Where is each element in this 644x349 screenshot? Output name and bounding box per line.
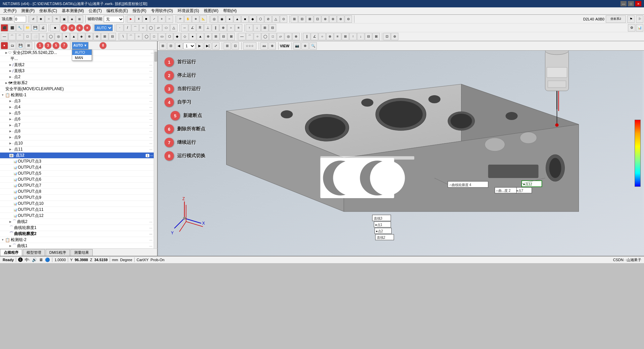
- tb2-cyl[interactable]: ⬭: [162, 24, 170, 32]
- tb3-7[interactable]: ◯: [47, 33, 54, 40]
- tb-run-2[interactable]: ⏸: [135, 15, 142, 23]
- tb3-45[interactable]: ↑: [349, 33, 357, 40]
- tb2-ang[interactable]: ∠: [189, 24, 196, 32]
- tb2-rad[interactable]: R: [196, 24, 204, 32]
- aux-select[interactable]: 无: [104, 16, 124, 22]
- tb-zoom-out[interactable]: −: [166, 15, 173, 23]
- tb-rotate[interactable]: ⟳: [177, 15, 184, 23]
- vp-btn-next[interactable]: ▶: [196, 42, 203, 50]
- tb3-17[interactable]: ⌒: [127, 33, 135, 40]
- tb3-11[interactable]: ◈: [78, 33, 85, 40]
- tb-h5[interactable]: ⊛: [321, 15, 329, 23]
- tb-btn-5[interactable]: ▣: [60, 15, 68, 23]
- tb3-19[interactable]: ◯: [143, 33, 150, 40]
- tb-zoom-in[interactable]: +: [158, 15, 165, 23]
- tb2-num4[interactable]: 4: [68, 24, 76, 32]
- tb-h4[interactable]: ⊡: [314, 15, 321, 23]
- tb-right-2[interactable]: ⚐: [636, 15, 643, 23]
- tb-run-3[interactable]: ⏹: [143, 15, 150, 23]
- tb3-39[interactable]: ∥: [303, 33, 310, 40]
- tb3-1[interactable]: —: [1, 33, 8, 40]
- tb-btn-3[interactable]: ≋: [45, 15, 52, 23]
- tb3-23[interactable]: ◆: [174, 33, 181, 40]
- viewport-3d[interactable]: X Y Z ∩曲线轮廓度 4 ●点12: [158, 51, 644, 256]
- tb3-15[interactable]: ⊟: [109, 33, 116, 40]
- points-input[interactable]: [14, 16, 26, 22]
- tb3-47[interactable]: ⊟: [365, 33, 372, 40]
- tb3-50[interactable]: ⊚: [391, 33, 398, 40]
- menu-help[interactable]: 帮助(H): [221, 7, 239, 14]
- tb-g2[interactable]: ◉: [218, 15, 226, 23]
- vp-btn-aa[interactable]: aa: [260, 42, 268, 50]
- menu-view[interactable]: 视图(W): [202, 7, 220, 14]
- tb-g6[interactable]: ◆: [249, 15, 256, 23]
- tree-item-out-pt8[interactable]: 📊 OUTPUT:点8: [0, 189, 154, 195]
- tab-program[interactable]: 点模程序: [0, 249, 22, 256]
- vp-btn-link[interactable]: ⊡: [232, 42, 239, 50]
- tree-item-out-pt7[interactable]: 📊 OUTPUT:点7: [0, 183, 154, 189]
- tb-g1[interactable]: ◎: [210, 15, 218, 23]
- tree-item-out-pt11[interactable]: 📊 OUTPUT:点11: [0, 207, 154, 213]
- tb2-1[interactable]: ⬛: [1, 24, 8, 32]
- tab-dmis[interactable]: DMIS程序: [46, 249, 70, 256]
- lp-circle-1[interactable]: 1: [36, 42, 44, 49]
- tb3-9[interactable]: ●: [62, 33, 70, 40]
- menu-special[interactable]: 专用软件(O): [149, 7, 175, 14]
- tb2-more3[interactable]: ⊞: [261, 24, 268, 32]
- menu-measure[interactable]: 测量(P): [19, 7, 37, 14]
- tree-item-pt6[interactable]: ▶· 点6 —: [0, 116, 154, 122]
- tb3-33[interactable]: ○: [254, 33, 261, 40]
- vp-btn-zoom[interactable]: 🔍: [309, 42, 317, 50]
- tree-item-line2[interactable]: ▶ / 直线2 —: [0, 62, 154, 68]
- tb2-pt[interactable]: ·: [116, 24, 123, 32]
- tb2-auto-btn[interactable]: ■: [50, 24, 60, 32]
- lp-btn-stop[interactable]: ■: [1, 42, 8, 49]
- menu-report[interactable]: 报告(R): [131, 7, 148, 14]
- tb3-48[interactable]: ⊠: [373, 33, 380, 40]
- lp-circle-5[interactable]: 5: [52, 42, 60, 49]
- tb-run-1[interactable]: ▶: [127, 15, 135, 23]
- vp-num-select[interactable]: ☆☆☆: [243, 42, 256, 50]
- tb2-dist[interactable]: ↔: [181, 24, 188, 32]
- tb2-pos[interactable]: ⊕: [219, 24, 227, 32]
- tb3-24[interactable]: ◇: [181, 33, 189, 40]
- tb3-42[interactable]: ⊕: [326, 33, 334, 40]
- lp-circle-3[interactable]: 3: [44, 42, 52, 49]
- menu-coord[interactable]: 坐标系(C): [37, 7, 59, 14]
- tree-item-pt7[interactable]: ▶· 点7 —: [0, 122, 154, 128]
- tb-btn-7[interactable]: ⊞: [76, 15, 83, 23]
- tb-g9[interactable]: △: [272, 15, 280, 23]
- tb3-13[interactable]: ⊕: [93, 33, 101, 40]
- tb2-cyl2[interactable]: ≡: [235, 24, 242, 32]
- tb3-14[interactable]: ⊞: [101, 33, 108, 40]
- tb-g5[interactable]: ■: [241, 15, 249, 23]
- tree-item-pt4[interactable]: ▶· 点4 —: [0, 104, 154, 110]
- tree-item-pt11[interactable]: ▶· 点11 —: [0, 147, 154, 153]
- tb2-num6[interactable]: 6: [76, 24, 83, 32]
- tree-item-pt2[interactable]: ▶ · 点2 —: [0, 74, 154, 80]
- tb3-16[interactable]: \: [119, 33, 127, 40]
- tb-btn-1[interactable]: ↺: [30, 15, 37, 23]
- lp-btn-2[interactable]: 💾: [17, 42, 24, 49]
- tb2-6[interactable]: 🖨: [39, 24, 47, 32]
- tb-zoom-fit[interactable]: ⤢: [150, 15, 158, 23]
- tree-item-profile1[interactable]: ⌒ 曲线轮廓度1 —: [0, 225, 154, 231]
- tree-item-out-pt9[interactable]: 📊 OUTPUT:点9: [0, 195, 154, 201]
- tb2-stop[interactable]: ⬛: [8, 24, 16, 32]
- tb3-43[interactable]: ≡: [334, 33, 341, 40]
- tree-item-out-pt4[interactable]: 📊 OUTPUT:点4: [0, 165, 154, 171]
- tb3-12[interactable]: ⊗: [86, 33, 93, 40]
- tb3-38[interactable]: ⊗: [292, 33, 300, 40]
- tb2-far-2[interactable]: 📊: [636, 24, 643, 32]
- tb3-10[interactable]: ▲: [70, 33, 78, 40]
- tb2-more2[interactable]: ↓: [253, 24, 261, 32]
- tab-model[interactable]: 模型管理: [23, 249, 45, 256]
- tb3-37[interactable]: ◎: [285, 33, 292, 40]
- lp-btn-3[interactable]: ⊞: [25, 42, 32, 49]
- tree-item-pt12[interactable]: ⊞ · 点12 1 —: [0, 153, 154, 159]
- tb2-con[interactable]: △: [170, 24, 178, 32]
- vp-page-select[interactable]: 1: [183, 43, 195, 49]
- tb3-5[interactable]: ⬜: [32, 33, 39, 40]
- tb2-far-1[interactable]: ⚙: [628, 24, 635, 32]
- tb3-28[interactable]: ⊞: [212, 33, 219, 40]
